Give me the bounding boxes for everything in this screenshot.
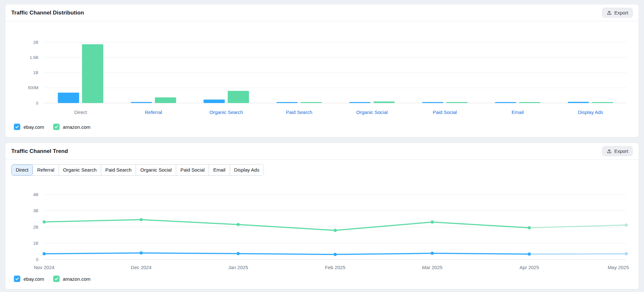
y-tick-1B: 1B — [33, 70, 38, 75]
bar-ebay.com-paid-social — [422, 102, 443, 103]
bar-ebay.com-display-ads — [568, 102, 589, 103]
y-tick-0: 0 — [36, 101, 38, 106]
upload-icon — [607, 10, 612, 15]
check-icon — [54, 125, 59, 129]
legend-item-ebay[interactable]: ebay.com — [14, 276, 44, 282]
traffic-channel-trend-panel: Traffic Channel Trend Export Direct Refe… — [5, 143, 639, 289]
ebay-checkbox[interactable] — [14, 276, 20, 282]
check-icon — [54, 277, 59, 281]
point-ebay.com-apr-2025 — [528, 252, 531, 256]
tab-organic-search[interactable]: Organic Search — [59, 165, 101, 175]
ebay-checkbox[interactable] — [14, 124, 20, 130]
point-amazon.com-nov-2024 — [43, 220, 46, 223]
point-ebay.com-dec-2024 — [139, 251, 143, 255]
point-ebay.com-nov-2024 — [43, 252, 46, 255]
point-ebay.com-may-2025 — [625, 252, 628, 255]
channel-tabs-row: Direct Referral Organic Search Paid Sear… — [5, 160, 639, 180]
distribution-panel-header: Traffic Channel Distribution Export — [5, 5, 639, 21]
trend-legend: ebay.com amazon.com — [5, 273, 639, 289]
bar-ebay.com-referral — [131, 102, 152, 103]
export-button-label: Export — [614, 10, 628, 15]
y-tick-1.5B: 1.5B — [30, 55, 38, 60]
bar-amazon.com-paid-search — [301, 102, 322, 103]
trend-panel-header: Traffic Channel Trend Export — [5, 143, 639, 160]
bar-ebay.com-organic-search — [204, 99, 225, 103]
bar-amazon.com-organic-social — [373, 101, 395, 103]
line-ebay.com — [44, 253, 529, 255]
tab-paid-social[interactable]: Paid Social — [176, 165, 209, 175]
bar-amazon.com-display-ads — [592, 102, 613, 103]
point-amazon.com-feb-2025 — [334, 229, 337, 232]
line-ebay.com-estimated — [529, 254, 626, 254]
tab-display-ads[interactable]: Display Ads — [230, 165, 264, 175]
check-icon — [15, 277, 19, 281]
channel-tabs: Direct Referral Organic Search Paid Sear… — [11, 164, 264, 176]
legend-item-amazon[interactable]: amazon.com — [53, 124, 91, 130]
tab-direct[interactable]: Direct — [12, 165, 33, 175]
tab-organic-social[interactable]: Organic Social — [136, 165, 176, 175]
upload-icon — [607, 149, 612, 154]
export-button-trend[interactable]: Export — [602, 146, 633, 156]
point-amazon.com-jan-2025 — [236, 223, 240, 226]
category-label-display-ads[interactable]: Display Ads — [578, 109, 603, 115]
distribution-legend: ebay.com amazon.com — [5, 121, 639, 137]
y-tick-500M: 500M — [28, 85, 38, 90]
bar-ebay.com-email — [495, 102, 516, 103]
x-label-nov-2024: Nov 2024 — [34, 265, 54, 270]
x-label-dec-2024: Dec 2024 — [131, 265, 151, 270]
traffic-channel-distribution-panel: Traffic Channel Distribution Export 0500… — [5, 5, 639, 137]
y-tick-4B: 4B — [33, 192, 38, 197]
line-amazon.com-estimated — [529, 225, 626, 228]
category-label-paid-social[interactable]: Paid Social — [433, 109, 457, 115]
x-label-may-2025: May 2025 — [608, 265, 629, 270]
export-button-distribution[interactable]: Export — [602, 8, 633, 18]
x-label-jan-2025: Jan 2025 — [228, 265, 248, 270]
legend-label-ebay: ebay.com — [24, 276, 44, 282]
category-label-referral[interactable]: Referral — [145, 109, 162, 115]
y-tick-2B: 2B — [33, 225, 38, 230]
category-label-organic-search[interactable]: Organic Search — [209, 109, 243, 115]
bar-ebay.com-paid-search — [276, 102, 298, 103]
point-ebay.com-feb-2025 — [334, 253, 337, 256]
y-tick-2B: 2B — [33, 40, 38, 45]
line-amazon.com — [44, 220, 529, 230]
bar-amazon.com-email — [519, 102, 540, 103]
point-ebay.com-jan-2025 — [236, 252, 240, 255]
bar-ebay.com-organic-social — [349, 102, 370, 103]
x-label-apr-2025: Apr 2025 — [519, 265, 539, 270]
distribution-chart-area: 0500M1B1.5B2BDirectReferralOrganic Searc… — [5, 21, 639, 121]
point-ebay.com-mar-2025 — [431, 252, 434, 255]
x-label-feb-2025: Feb 2025 — [325, 265, 345, 270]
bar-amazon.com-organic-search — [228, 91, 249, 103]
category-label-paid-search[interactable]: Paid Search — [286, 109, 312, 115]
y-tick-1B: 1B — [33, 241, 38, 246]
y-tick-3B: 3B — [33, 208, 38, 213]
bar-amazon.com-direct — [82, 44, 103, 103]
category-label-direct: Direct — [74, 109, 87, 115]
legend-label-amazon: amazon.com — [63, 124, 91, 130]
y-tick-0: 0 — [36, 257, 38, 262]
category-label-organic-social[interactable]: Organic Social — [356, 109, 388, 115]
legend-item-ebay[interactable]: ebay.com — [14, 124, 44, 130]
check-icon — [15, 125, 19, 129]
bar-amazon.com-paid-social — [446, 102, 467, 103]
page-title-trend: Traffic Channel Trend — [11, 148, 68, 155]
export-button-label: Export — [614, 148, 628, 154]
trend-chart-area: 01B2B3B4BNov 2024Dec 2024Jan 2025Feb 202… — [5, 180, 639, 273]
amazon-checkbox[interactable] — [53, 276, 60, 282]
amazon-checkbox[interactable] — [53, 124, 60, 130]
distribution-bar-chart: 0500M1B1.5B2BDirectReferralOrganic Searc… — [13, 24, 631, 121]
point-amazon.com-dec-2024 — [139, 218, 143, 221]
legend-item-amazon[interactable]: amazon.com — [53, 276, 91, 282]
point-amazon.com-apr-2025 — [528, 226, 531, 230]
legend-label-amazon: amazon.com — [63, 276, 91, 282]
bar-amazon.com-referral — [155, 98, 176, 103]
category-label-email[interactable]: Email — [512, 109, 524, 115]
tab-email[interactable]: Email — [209, 165, 230, 175]
tab-paid-search[interactable]: Paid Search — [101, 165, 136, 175]
page-title-distribution: Traffic Channel Distribution — [11, 10, 84, 16]
tab-referral[interactable]: Referral — [33, 165, 58, 175]
trend-line-chart: 01B2B3B4BNov 2024Dec 2024Jan 2025Feb 202… — [13, 182, 631, 273]
bar-ebay.com-direct — [58, 93, 79, 103]
point-amazon.com-mar-2025 — [431, 221, 434, 224]
